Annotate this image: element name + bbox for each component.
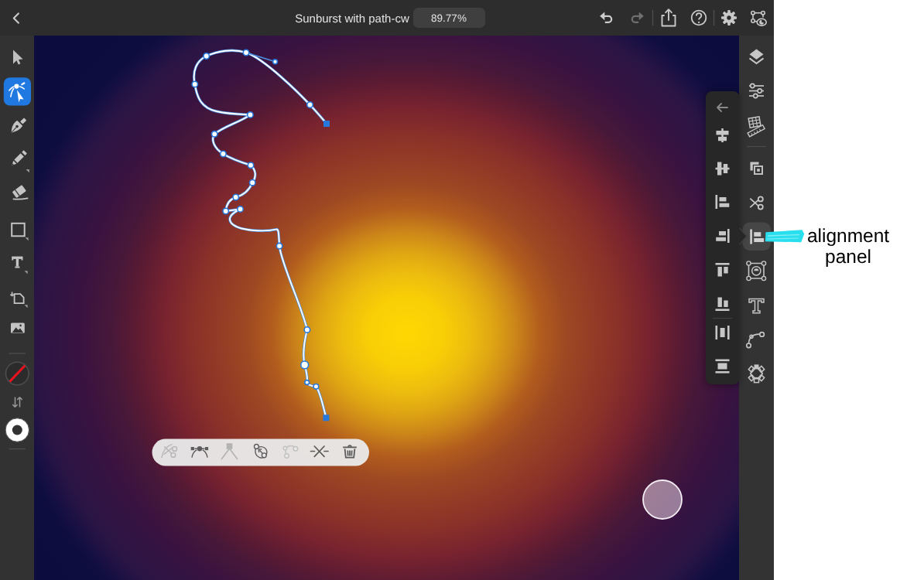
svg-text:89.77%: 89.77% bbox=[431, 12, 467, 24]
svg-text:panel: panel bbox=[825, 247, 871, 268]
svg-text:Sunburst with path-cw: Sunburst with path-cw bbox=[295, 12, 409, 26]
svg-text:alignment: alignment bbox=[807, 226, 889, 247]
